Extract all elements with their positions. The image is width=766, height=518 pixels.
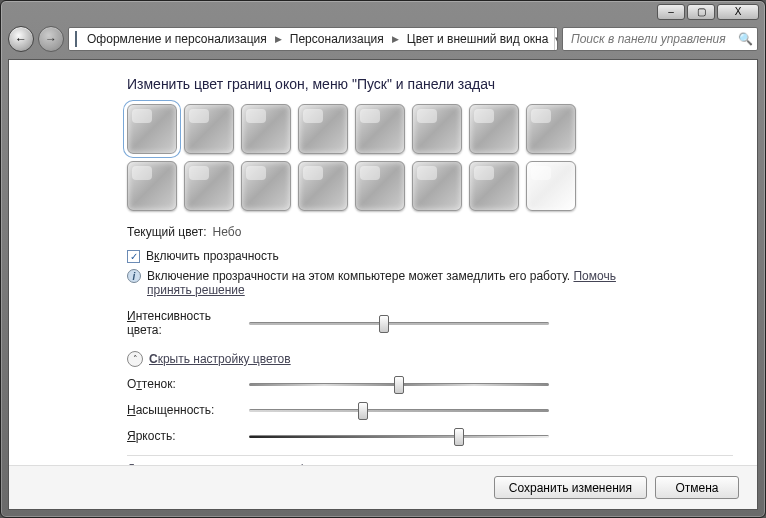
- chevron-up-icon[interactable]: ˄: [127, 351, 143, 367]
- current-color-label: Текущий цвет:: [127, 225, 207, 239]
- titlebar: – ▢ X: [1, 1, 765, 23]
- arrow-right-icon: →: [45, 32, 57, 46]
- color-swatch-grid: [127, 104, 733, 211]
- color-swatch[interactable]: [241, 104, 291, 154]
- color-swatch[interactable]: [241, 161, 291, 211]
- page-title: Изменить цвет границ окон, меню "Пуск" и…: [127, 76, 733, 92]
- navbar: ← → Оформление и персонализация ▶ Персон…: [8, 23, 758, 55]
- slider-track: [249, 322, 549, 325]
- color-swatch[interactable]: [298, 104, 348, 154]
- maximize-button[interactable]: ▢: [687, 4, 715, 20]
- arrow-left-icon: ←: [15, 32, 27, 46]
- color-swatch[interactable]: [355, 104, 405, 154]
- transparency-label[interactable]: Включить прозрачность: [146, 249, 279, 263]
- slider-thumb[interactable]: [379, 315, 389, 333]
- info-icon: i: [127, 269, 141, 283]
- slider-track: [249, 409, 549, 412]
- hue-label: Оттенок:: [127, 377, 237, 391]
- color-swatch[interactable]: [526, 104, 576, 154]
- intensity-slider[interactable]: [249, 314, 549, 332]
- hue-slider[interactable]: [249, 375, 549, 393]
- color-swatch[interactable]: [127, 104, 177, 154]
- slider-thumb[interactable]: [358, 402, 368, 420]
- mixer-toggle-link[interactable]: Скрыть настройку цветов: [149, 352, 291, 366]
- search-input[interactable]: [569, 31, 738, 47]
- color-swatch[interactable]: [127, 161, 177, 211]
- breadcrumb-item[interactable]: Оформление и персонализация: [81, 28, 273, 50]
- control-panel-icon: [75, 31, 77, 47]
- back-button[interactable]: ←: [8, 26, 34, 52]
- color-swatch[interactable]: [526, 161, 576, 211]
- search-box[interactable]: 🔍: [562, 27, 758, 51]
- footer: Сохранить изменения Отмена: [9, 465, 757, 509]
- intensity-label: Интенсивность цвета:: [127, 309, 237, 337]
- forward-button[interactable]: →: [38, 26, 64, 52]
- content-frame: Изменить цвет границ окон, меню "Пуск" и…: [8, 59, 758, 510]
- address-bar[interactable]: Оформление и персонализация ▶ Персонализ…: [68, 27, 558, 51]
- intensity-row: Интенсивность цвета:: [127, 309, 733, 337]
- current-color-value: Небо: [213, 225, 242, 239]
- slider-thumb[interactable]: [394, 376, 404, 394]
- address-dropdown[interactable]: ▾: [554, 28, 558, 50]
- saturation-slider[interactable]: [249, 401, 549, 419]
- mixer-toggle-row[interactable]: ˄ Скрыть настройку цветов: [127, 351, 733, 367]
- content: Изменить цвет границ окон, меню "Пуск" и…: [9, 60, 757, 465]
- search-icon[interactable]: 🔍: [738, 32, 753, 46]
- hue-row: Оттенок:: [127, 375, 733, 393]
- info-text: Включение прозрачности на этом компьютер…: [147, 269, 573, 283]
- brightness-label: Яркость:: [127, 429, 237, 443]
- saturation-label: Насыщенность:: [127, 403, 237, 417]
- color-swatch[interactable]: [412, 104, 462, 154]
- color-swatch[interactable]: [469, 161, 519, 211]
- color-swatch[interactable]: [184, 161, 234, 211]
- color-swatch[interactable]: [355, 161, 405, 211]
- breadcrumb-item[interactable]: Цвет и внешний вид окна: [401, 28, 555, 50]
- saturation-row: Насыщенность:: [127, 401, 733, 419]
- transparency-row: ✓ Включить прозрачность: [127, 249, 733, 263]
- info-row: i Включение прозрачности на этом компьют…: [127, 269, 733, 297]
- window: – ▢ X ← → Оформление и персонализация ▶ …: [0, 0, 766, 518]
- save-button[interactable]: Сохранить изменения: [494, 476, 647, 499]
- color-swatch[interactable]: [412, 161, 462, 211]
- close-button[interactable]: X: [717, 4, 759, 20]
- brightness-row: Яркость:: [127, 427, 733, 445]
- minimize-button[interactable]: –: [657, 4, 685, 20]
- color-swatch[interactable]: [184, 104, 234, 154]
- slider-thumb[interactable]: [454, 428, 464, 446]
- advanced-settings-link[interactable]: Дополнительные параметры оформления...: [127, 462, 372, 465]
- current-color-row: Текущий цвет: Небо: [127, 225, 733, 239]
- chevron-right-icon[interactable]: ▶: [390, 34, 401, 44]
- color-swatch[interactable]: [298, 161, 348, 211]
- divider: [127, 455, 733, 456]
- cancel-button[interactable]: Отмена: [655, 476, 739, 499]
- color-swatch[interactable]: [469, 104, 519, 154]
- chevron-right-icon[interactable]: ▶: [273, 34, 284, 44]
- brightness-slider[interactable]: [249, 427, 549, 445]
- breadcrumb-item[interactable]: Персонализация: [284, 28, 390, 50]
- transparency-checkbox[interactable]: ✓: [127, 250, 140, 263]
- slider-track: [249, 435, 549, 438]
